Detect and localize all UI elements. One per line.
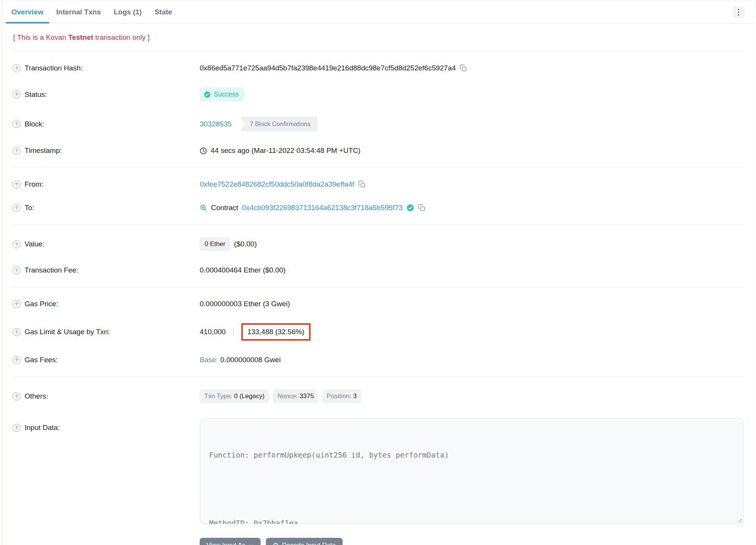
row-status: ? Status: Success (12, 80, 744, 109)
notice-prefix: [ This is a Kovan (13, 33, 68, 41)
tab-state[interactable]: State (148, 1, 179, 23)
gas-price-label: Gas Price: (25, 300, 58, 308)
input-data-blank-line (209, 484, 734, 495)
tab-logs[interactable]: Logs (1) (107, 1, 148, 23)
view-input-as-button[interactable]: View Input As (200, 538, 261, 545)
transaction-fee-label: Transaction Fee: (25, 266, 78, 274)
chevron-down-icon (249, 543, 254, 545)
magnifier-plus-icon[interactable] (200, 204, 207, 212)
row-from: ? From: 0xfee7522e8482682cf50ddc50a0f8da… (12, 173, 744, 196)
value-usd: ($0.00) (234, 240, 257, 248)
row-to: ? To: Contract 0x4cb093f226983713164a621… (12, 196, 744, 220)
divider (12, 224, 744, 225)
status-badge-label: Success (214, 90, 239, 98)
row-input-data: ? Input Data: Function: performUpkeep(ui… (12, 411, 744, 532)
copy-icon[interactable] (418, 204, 425, 212)
transaction-fee-value: 0.000400464 Ether ($0.00) (200, 266, 286, 274)
help-icon[interactable]: ? (12, 266, 20, 274)
row-timestamp: ? Timestamp: 44 secs ago (Mar-11-2022 03… (12, 139, 744, 162)
row-value: ? Value: 0 Ether ($0.00) (12, 230, 744, 258)
row-transaction-fee: ? Transaction Fee: 0.000400464 Ether ($0… (12, 258, 744, 282)
row-block: ? Block: 30328535 7 Block Confirmations (12, 109, 744, 139)
tab-overview[interactable]: Overview (5, 1, 50, 23)
help-icon[interactable]: ? (12, 328, 20, 336)
help-icon[interactable]: ? (12, 147, 20, 155)
row-gas-fees: ? Gas Fees: Base: 0.000000008 Gwei (12, 348, 744, 372)
to-label: To: (25, 204, 34, 212)
status-badge: Success (200, 87, 244, 101)
nonce-key: Nonce: (277, 392, 298, 400)
help-icon[interactable]: ? (12, 356, 20, 364)
timestamp-value: 44 secs ago (Mar-11-2022 03:54:48 PM +UT… (211, 146, 360, 155)
decode-icon: ⚙ (273, 542, 279, 545)
resize-handle[interactable] (737, 517, 742, 522)
input-data-textarea[interactable]: Function: performUpkeep(uint256 id, byte… (200, 418, 744, 524)
value-amount-badge: 0 Ether (200, 237, 230, 251)
row-gas-price: ? Gas Price: 0.000000003 Ether (3 Gwei) (12, 292, 744, 316)
help-icon[interactable]: ? (12, 90, 20, 98)
more-options-button[interactable] (732, 6, 745, 18)
copy-icon[interactable] (358, 181, 366, 188)
gas-usage-value: 133,488 (32.56%) (247, 328, 304, 336)
block-label: Block: (25, 120, 44, 128)
row-gas-limit-usage: ? Gas Limit & Usage by Txn: 410,000 | 13… (12, 316, 744, 348)
help-icon[interactable]: ? (12, 120, 20, 128)
help-icon[interactable]: ? (12, 300, 20, 308)
from-address-link[interactable]: 0xfee7522e8482682cf50ddc50a0f8da2a39effa… (200, 180, 354, 188)
txn-type-key: Txn Type: (204, 392, 232, 400)
row-others: ? Others: Txn Type: 0 (Legacy) Nonce: 33… (12, 382, 744, 411)
status-label: Status: (25, 90, 47, 99)
view-input-as-label: View Input As (206, 542, 245, 545)
nonce-value: 3375 (300, 392, 314, 400)
kebab-dot (738, 14, 739, 16)
help-icon[interactable]: ? (12, 204, 20, 212)
kebab-dot (738, 11, 739, 13)
input-data-actions: View Input As ⚙ Decode Input Data (200, 538, 744, 545)
input-data-function-line: Function: performUpkeep(uint256 id, byte… (209, 450, 734, 461)
timestamp-label: Timestamp: (25, 146, 62, 155)
input-data-methodid-line: MethodID: 0x7bbaf1ea (209, 518, 734, 524)
clock-icon (200, 147, 207, 154)
value-label: Value: (25, 240, 44, 248)
tab-overview-label: Overview (11, 8, 43, 16)
nonce-badge: Nonce: 3375 (273, 389, 318, 403)
tab-bar: Overview Internal Txns Logs (1) State (2, 1, 754, 23)
help-icon[interactable]: ? (12, 181, 20, 188)
txn-type-badge: Txn Type: 0 (Legacy) (200, 389, 269, 403)
block-number-link[interactable]: 30328535 (200, 120, 232, 128)
to-address-link[interactable]: 0x4cb093f226983713164a62138c3f718a5b595f… (242, 204, 403, 212)
transaction-detail-card: Overview Internal Txns Logs (1) State [ … (2, 1, 754, 545)
gas-limit-value: 410,000 (200, 328, 226, 336)
position-badge: Position: 3 (322, 389, 361, 403)
verified-check-icon (407, 204, 414, 212)
gas-fees-label: Gas Fees: (25, 356, 58, 364)
decode-input-data-button[interactable]: ⚙ Decode Input Data (266, 538, 343, 545)
row-transaction-hash: ? Transaction Hash: 0x86ed5a771e725aa94d… (12, 56, 744, 80)
to-contract-prefix: Contract (211, 204, 238, 212)
help-icon[interactable]: ? (12, 392, 20, 400)
position-key: Position: (327, 392, 351, 400)
gas-limit-usage-label: Gas Limit & Usage by Txn: (25, 328, 110, 336)
divider (12, 287, 744, 287)
gas-separator: | (233, 328, 234, 336)
testnet-notice: [ This is a Kovan Testnet transaction on… (13, 33, 744, 42)
decode-input-data-label: Decode Input Data (282, 542, 336, 545)
from-label: From: (25, 180, 43, 188)
gas-fees-base-value: 0.000000008 Gwei (220, 356, 281, 364)
block-confirmations-badge: 7 Block Confirmations (240, 117, 317, 131)
gas-fees-base-label: Base: (200, 356, 218, 364)
txn-type-value: 0 (Legacy) (234, 392, 264, 400)
gas-price-value: 0.000000003 Ether (3 Gwei) (200, 300, 290, 308)
copy-icon[interactable] (459, 64, 467, 72)
check-circle-icon (204, 91, 211, 98)
notice-suffix: transaction only ] (93, 33, 150, 41)
divider (12, 377, 744, 377)
help-icon[interactable]: ? (12, 424, 20, 432)
help-icon[interactable]: ? (12, 240, 20, 248)
tab-logs-label: Logs (1) (114, 8, 142, 16)
tab-internal-txns[interactable]: Internal Txns (50, 1, 107, 23)
position-value: 3 (353, 392, 357, 400)
divider (12, 51, 744, 51)
divider (12, 167, 744, 168)
help-icon[interactable]: ? (12, 64, 20, 72)
